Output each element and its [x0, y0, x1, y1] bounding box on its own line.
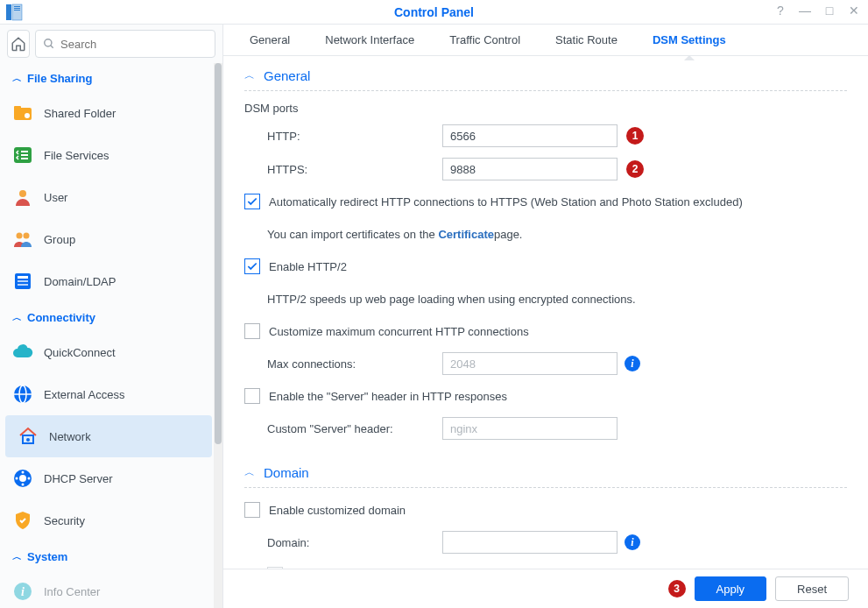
svg-rect-0 — [6, 4, 11, 20]
user-icon — [12, 187, 33, 208]
sidebar: ︿ File Sharing Shared Folder File Servic… — [0, 25, 223, 608]
maxconn-checkbox[interactable] — [244, 323, 260, 339]
shield-icon — [12, 510, 33, 531]
dsm-ports-label: DSM ports — [244, 102, 847, 115]
tab-static-route[interactable]: Static Route — [538, 25, 635, 55]
svg-point-22 — [26, 438, 30, 442]
dhcp-icon — [12, 468, 33, 489]
group-icon — [12, 229, 33, 250]
folder-icon — [12, 103, 33, 124]
home-button[interactable] — [7, 30, 30, 58]
sidebar-scrollbar[interactable] — [214, 63, 222, 608]
sidebar-item-dhcp-server[interactable]: DHCP Server — [0, 457, 217, 499]
info-icon[interactable]: i — [625, 356, 640, 371]
svg-point-13 — [24, 233, 30, 239]
redirect-label: Automatically redirect HTTP connections … — [269, 195, 743, 209]
sidebar-item-group[interactable]: Group — [0, 218, 217, 260]
sidebar-item-quickconnect[interactable]: QuickConnect — [0, 331, 217, 373]
sidebar-item-security[interactable]: Security — [0, 499, 217, 541]
domain-input — [442, 531, 617, 554]
domain-input-label: Domain: — [267, 536, 442, 549]
app-icon — [5, 4, 23, 21]
svg-text:i: i — [21, 585, 25, 598]
sidebar-item-file-services[interactable]: File Services — [0, 134, 217, 176]
chevron-up-icon: ︿ — [244, 465, 255, 480]
svg-rect-15 — [18, 276, 28, 279]
http2-label: Enable HTTP/2 — [269, 260, 347, 273]
tabs: General Network Interface Traffic Contro… — [223, 25, 868, 56]
section-file-sharing[interactable]: ︿ File Sharing — [0, 63, 217, 92]
svg-point-12 — [17, 233, 23, 239]
server-header-checkbox[interactable] — [244, 388, 260, 404]
https-input[interactable] — [442, 158, 617, 180]
help-icon[interactable]: ? — [773, 4, 787, 18]
file-services-icon — [12, 145, 33, 166]
tab-network-interface[interactable]: Network Interface — [307, 25, 432, 55]
chevron-up-icon: ︿ — [12, 550, 22, 563]
cloud-icon — [12, 342, 33, 363]
search-icon — [43, 38, 55, 50]
maxconn-input-label: Max connections: — [267, 357, 442, 371]
footer: 3 Apply Reset — [223, 569, 868, 608]
minimize-icon[interactable]: — — [798, 4, 812, 18]
apply-button[interactable]: Apply — [695, 576, 767, 601]
svg-rect-17 — [18, 284, 28, 286]
svg-point-27 — [16, 477, 18, 480]
svg-rect-16 — [18, 280, 28, 282]
enable-domain-label: Enable customized domain — [269, 504, 406, 517]
https-label: HTTPS: — [267, 163, 442, 176]
globe-icon — [12, 384, 33, 405]
server-header-input — [442, 417, 617, 440]
search-box[interactable] — [35, 30, 215, 58]
svg-line-6 — [51, 46, 53, 48]
section-system[interactable]: ︿ System — [0, 541, 217, 570]
callout-2: 2 — [626, 160, 644, 178]
server-header-input-label: Custom "Server" header: — [267, 422, 442, 435]
titlebar: Control Panel ? — □ ✕ — [0, 0, 868, 25]
panel-general-header[interactable]: ︿ General — [244, 68, 847, 91]
http-input[interactable] — [442, 124, 617, 147]
http-label: HTTP: — [267, 130, 442, 143]
panel-domain-header[interactable]: ︿ Domain — [244, 465, 847, 488]
svg-rect-3 — [14, 8, 20, 9]
maximize-icon[interactable]: □ — [822, 4, 836, 18]
section-connectivity[interactable]: ︿ Connectivity — [0, 302, 217, 331]
sidebar-item-domain-ldap[interactable]: Domain/LDAP — [0, 260, 217, 302]
sidebar-item-network[interactable]: Network — [5, 415, 212, 457]
svg-rect-4 — [14, 10, 20, 11]
maxconn-input — [442, 352, 617, 375]
reset-button[interactable]: Reset — [775, 576, 849, 601]
maxconn-label: Customize maximum concurrent HTTP connec… — [269, 325, 529, 338]
svg-point-11 — [19, 190, 26, 197]
sidebar-item-shared-folder[interactable]: Shared Folder — [0, 92, 217, 134]
svg-rect-8 — [14, 106, 21, 110]
svg-point-25 — [22, 471, 25, 474]
cert-text-suffix: page. — [494, 228, 523, 241]
info-icon[interactable]: i — [625, 534, 640, 550]
svg-point-26 — [22, 484, 25, 486]
network-icon — [18, 426, 39, 447]
search-input[interactable] — [60, 38, 208, 51]
http2-help: HTTP/2 speeds up web page loading when u… — [267, 293, 636, 306]
sidebar-item-info-center[interactable]: i Info Center — [0, 570, 217, 608]
domain-ldap-icon — [12, 271, 33, 292]
chevron-up-icon: ︿ — [244, 68, 255, 83]
tab-traffic-control[interactable]: Traffic Control — [432, 25, 538, 55]
sidebar-item-external-access[interactable]: External Access — [0, 373, 217, 415]
tab-general[interactable]: General — [232, 25, 307, 55]
enable-domain-checkbox[interactable] — [244, 502, 260, 518]
http2-checkbox[interactable] — [244, 258, 260, 274]
chevron-up-icon: ︿ — [12, 311, 22, 324]
close-icon[interactable]: ✕ — [847, 4, 861, 18]
cert-link[interactable]: Certificate — [438, 228, 494, 241]
callout-1: 1 — [626, 127, 644, 145]
svg-point-5 — [45, 39, 52, 46]
svg-point-24 — [19, 475, 26, 482]
sidebar-item-user[interactable]: User — [0, 176, 217, 218]
svg-point-9 — [25, 113, 30, 118]
tab-dsm-settings[interactable]: DSM Settings — [635, 25, 744, 55]
redirect-checkbox[interactable] — [244, 194, 260, 209]
callout-3: 3 — [668, 580, 686, 597]
info-center-icon: i — [12, 581, 33, 602]
cert-text-prefix: You can import certificates on the — [267, 228, 435, 241]
